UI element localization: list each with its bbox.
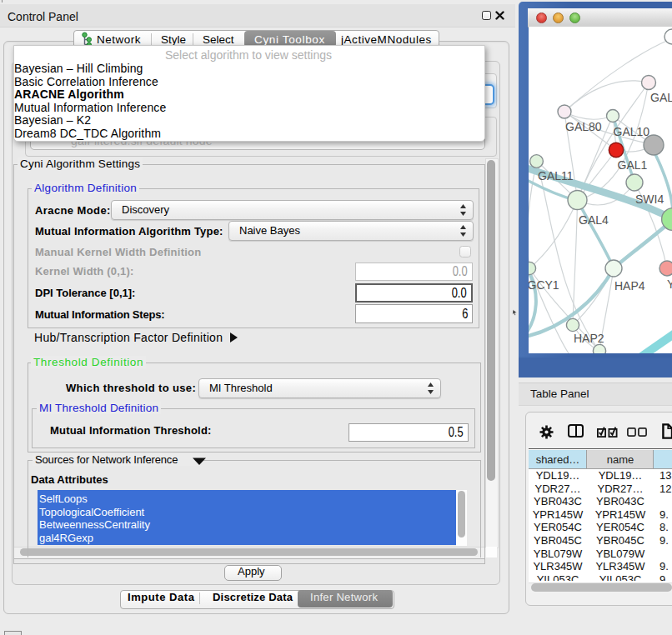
svg-text:GAL10: GAL10 xyxy=(614,125,650,138)
svg-text:GAL80: GAL80 xyxy=(565,120,602,133)
svg-text:GCY1: GCY1 xyxy=(529,278,559,292)
svg-text:GAL: GAL xyxy=(650,91,672,104)
svg-text:SWI4: SWI4 xyxy=(635,192,664,206)
svg-text:HAP2: HAP2 xyxy=(574,332,604,345)
svg-text:GAL1: GAL1 xyxy=(618,158,648,172)
svg-text:Y: Y xyxy=(667,278,672,291)
svg-text:GAL4: GAL4 xyxy=(579,213,609,227)
svg-text:HAP4: HAP4 xyxy=(614,279,645,292)
svg-text:GAL11: GAL11 xyxy=(538,169,574,182)
